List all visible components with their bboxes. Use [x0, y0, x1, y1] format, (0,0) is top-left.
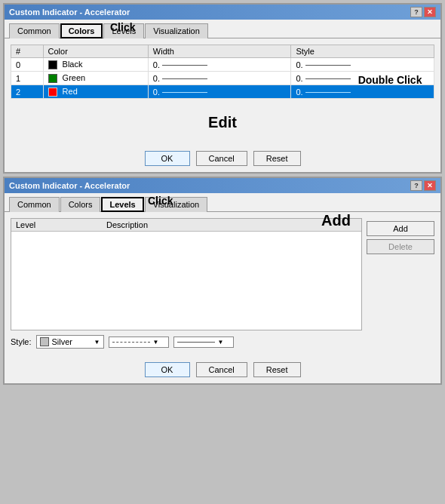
- row0-style: 0.: [291, 58, 434, 72]
- dashed-line-preview: [112, 342, 150, 343]
- style-color-select[interactable]: Silver ▼: [36, 335, 104, 349]
- reset-button-2[interactable]: Reset: [253, 362, 301, 377]
- level-col-header: Level: [16, 220, 76, 229]
- tab-bar-2: Common Colors Levels Visualization: [5, 193, 440, 211]
- color-swatch-red: [48, 88, 57, 97]
- dialog1-window: Custom Indicator - Accelerator ? ✕ Click…: [3, 3, 442, 174]
- style-line-0: [305, 65, 351, 66]
- tab-levels-2[interactable]: Levels: [101, 197, 143, 212]
- close-button-2[interactable]: ✕: [424, 180, 436, 191]
- table-row[interactable]: 0 Black 0. 0.: [11, 58, 434, 72]
- close-button-1[interactable]: ✕: [424, 7, 436, 17]
- title-2: Custom Indicator - Accelerator: [9, 181, 130, 190]
- description-col-header: Description: [106, 220, 148, 229]
- tab-common-2[interactable]: Common: [9, 197, 60, 212]
- row1-style: 0. Double Click: [291, 72, 434, 85]
- tab-common-1[interactable]: Common: [9, 23, 60, 38]
- row1-color: Green: [43, 72, 148, 85]
- dialog2: Custom Indicator - Accelerator ? ✕ Click…: [0, 177, 445, 385]
- help-button-2[interactable]: ?: [410, 180, 422, 191]
- colors-table: # Color Width Style 0 Black 0.: [11, 45, 434, 99]
- col-header-style: Style: [291, 45, 434, 58]
- dialog2-content: Level Description Add Add Delete: [5, 211, 440, 356]
- line-style-select[interactable]: ▼: [109, 337, 169, 348]
- width-line-0: [162, 65, 207, 66]
- row2-color: Red: [43, 85, 148, 99]
- tab-visualization-1[interactable]: Visualization: [145, 23, 208, 38]
- col-header-color: Color: [43, 45, 148, 58]
- color-swatch-black: [48, 60, 57, 69]
- dialog1-content: # Color Width Style 0 Black 0.: [5, 38, 440, 145]
- title-buttons-1: ? ✕: [410, 7, 436, 17]
- table-row-selected[interactable]: 2 Red 0. 0.: [11, 85, 434, 99]
- click-annotation-2: Click: [148, 195, 173, 207]
- ok-button-2[interactable]: OK: [145, 362, 190, 377]
- ok-button-1[interactable]: OK: [145, 151, 190, 166]
- cancel-button-2[interactable]: Cancel: [196, 362, 247, 377]
- style-color-value: Silver: [52, 337, 73, 346]
- line-width-select[interactable]: ▼: [173, 337, 234, 348]
- click-annotation-1: Click: [110, 21, 135, 33]
- cancel-button-1[interactable]: Cancel: [196, 151, 247, 166]
- style-dropdown-arrow: ▼: [94, 339, 100, 346]
- line-width-arrow: ▼: [218, 339, 224, 346]
- edit-annotation: Edit: [11, 99, 434, 139]
- solid-line-preview: [177, 342, 215, 343]
- levels-list-header: Level Description: [11, 219, 361, 232]
- dialog2-window: Custom Indicator - Accelerator ? ✕ Click…: [3, 177, 442, 385]
- delete-button[interactable]: Delete: [367, 239, 434, 254]
- add-annotation: Add: [321, 212, 351, 229]
- tab-colors-1[interactable]: Colors: [60, 23, 103, 38]
- color-swatch-green: [48, 74, 57, 83]
- style-line-1: [305, 78, 351, 79]
- title-bar-2: Custom Indicator - Accelerator ? ✕: [5, 178, 440, 193]
- levels-list-body: [11, 232, 361, 330]
- row1-width: 0.: [148, 72, 291, 85]
- row2-width: 0.: [148, 85, 291, 99]
- title-bar-1: Custom Indicator - Accelerator ? ✕: [5, 5, 440, 20]
- row1-num: 1: [11, 72, 44, 85]
- line-style-arrow: ▼: [153, 339, 159, 346]
- width-line-1: [162, 78, 207, 79]
- double-click-annotation: Double Click: [358, 74, 422, 86]
- col-header-width: Width: [148, 45, 291, 58]
- levels-buttons: Add Add Delete: [367, 218, 434, 330]
- row0-width: 0.: [148, 58, 291, 72]
- width-line-2: [162, 92, 207, 93]
- silver-swatch: [40, 337, 49, 346]
- col-header-num: #: [11, 45, 44, 58]
- reset-button-1[interactable]: Reset: [253, 151, 301, 166]
- title-1: Custom Indicator - Accelerator: [9, 8, 130, 17]
- row0-color: Black: [43, 58, 148, 72]
- row0-num: 0: [11, 58, 44, 72]
- row2-style: 0.: [291, 85, 434, 99]
- style-label: Style:: [11, 337, 32, 346]
- dialog1: Custom Indicator - Accelerator ? ✕ Click…: [0, 3, 445, 174]
- tab-bar-1: Common Colors Levels Visualization: [5, 20, 440, 38]
- style-line-2: [305, 92, 351, 93]
- levels-list-panel: Level Description: [11, 218, 362, 330]
- add-button[interactable]: Add: [367, 221, 434, 236]
- table-row[interactable]: 1 Green 0. 0. Doubl: [11, 72, 434, 85]
- levels-style-row: Style: Silver ▼ ▼ ▼: [11, 330, 434, 350]
- row2-num: 2: [11, 85, 44, 99]
- dialog2-footer: OK Cancel Reset: [5, 356, 440, 383]
- help-button-1[interactable]: ?: [410, 7, 422, 17]
- title-buttons-2: ? ✕: [410, 180, 436, 191]
- dialog1-footer: OK Cancel Reset: [5, 145, 440, 172]
- levels-container: Level Description Add Add Delete: [11, 218, 434, 330]
- tab-colors-2[interactable]: Colors: [60, 197, 101, 212]
